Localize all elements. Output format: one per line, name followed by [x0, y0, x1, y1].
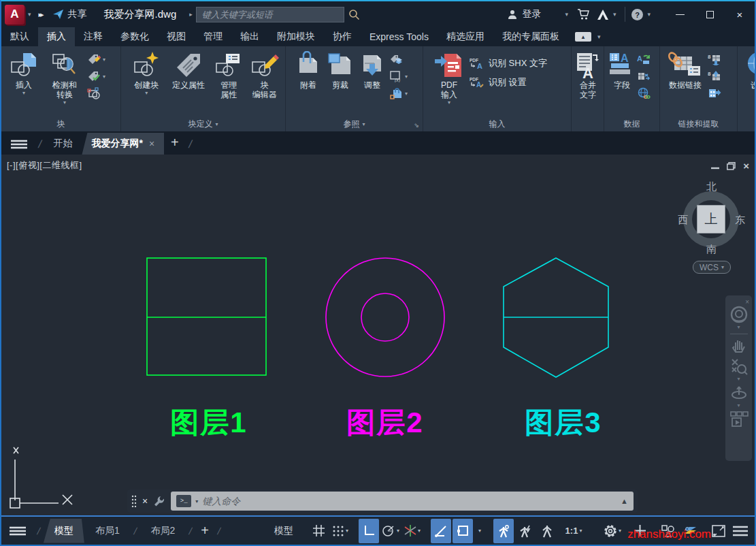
search-icon[interactable]	[348, 9, 360, 20]
close-button[interactable]: ×	[725, 1, 755, 27]
login-caret-icon[interactable]: ▾	[565, 11, 568, 18]
scale-selector[interactable]: 1:1 ▾	[559, 519, 589, 543]
command-prompt-icon[interactable]: >_	[176, 495, 191, 507]
edit-attribute-button[interactable]: ▾	[87, 53, 105, 65]
command-prompt-caret-icon[interactable]: ▾	[195, 498, 198, 504]
panel-block-label[interactable]: 块	[1, 116, 120, 131]
polar-tracking-toggle[interactable]: ▾	[380, 519, 401, 543]
ortho-mode-toggle[interactable]	[359, 519, 379, 543]
tab-default[interactable]: 默认	[1, 27, 38, 46]
tab-collaborate[interactable]: 协作	[324, 27, 361, 46]
annotation-autoscale-toggle[interactable]	[515, 519, 536, 543]
navbar-close-icon[interactable]: ×	[745, 298, 749, 306]
sync-attribute-button[interactable]: ▾	[87, 70, 105, 82]
link-table-data-button[interactable]	[637, 70, 651, 82]
tab-view[interactable]: 视图	[158, 27, 195, 46]
panel-reference-label[interactable]: 参照▾⇘	[286, 116, 423, 131]
detect-convert-button[interactable]: 检测和 转换 ▾	[44, 50, 86, 106]
replace-block-button[interactable]	[87, 87, 105, 99]
tab-insert[interactable]: 插入	[38, 27, 75, 46]
layout-tab-layout1[interactable]: 布局1	[84, 519, 131, 543]
maximize-button[interactable]	[695, 1, 725, 27]
field-button[interactable]: A 字段	[608, 50, 636, 91]
new-drawing-button[interactable]: +	[164, 133, 186, 155]
viewcube-east-label[interactable]: 东	[735, 214, 745, 227]
panel-block-definition-label[interactable]: 块定义▾	[121, 116, 285, 131]
wcs-menu[interactable]: WCS▾	[693, 261, 731, 274]
reference-dialog-launcher-icon[interactable]: ⇘	[414, 122, 419, 129]
clean-screen-button[interactable]	[708, 519, 729, 543]
pan-hand-icon[interactable]	[731, 337, 747, 353]
upload-to-source-button[interactable]: 8	[708, 70, 721, 82]
tab-my-panel[interactable]: 我的专属面板	[493, 27, 568, 46]
clip-button[interactable]: 剪裁	[325, 50, 355, 91]
object-snap-caret-button[interactable]: ▾	[474, 519, 485, 543]
layout-menu-hamburger-icon[interactable]	[10, 526, 26, 536]
viewcube[interactable]: 北 西 东 南 上 WCS▾	[674, 180, 753, 283]
snap-to-underlays-button[interactable]: ▾	[389, 87, 408, 99]
frames-button[interactable]: (x) ▾	[389, 70, 408, 82]
manage-attributes-button[interactable]: 管理 属性	[212, 50, 246, 100]
navigation-wheel-icon[interactable]	[730, 306, 748, 323]
underlay-layers-button[interactable]	[389, 53, 408, 65]
zoom-extents-icon[interactable]	[730, 357, 748, 375]
object-snap-tracking-toggle[interactable]	[431, 519, 451, 543]
viewcube-top-face[interactable]: 上	[697, 205, 725, 234]
snap-mode-toggle[interactable]: ▾	[330, 519, 350, 543]
autocad-app-button[interactable]: A	[5, 5, 24, 25]
share-button[interactable]: 共享	[52, 8, 87, 20]
app-menu-caret-icon[interactable]: ▾	[28, 11, 31, 18]
cad-canvas[interactable]	[1, 155, 755, 515]
block-editor-button[interactable]: 块 编辑器	[247, 50, 282, 100]
viewcube-west-label[interactable]: 西	[678, 214, 688, 227]
show-motion-icon[interactable]	[729, 411, 749, 428]
panel-link-extract-label[interactable]: 链接和提取	[660, 116, 737, 131]
file-tab-close-icon[interactable]: ×	[149, 138, 154, 149]
tab-parametric[interactable]: 参数化	[112, 27, 158, 46]
navigation-wheel-caret-icon[interactable]: ▾	[737, 324, 740, 330]
file-tab-start[interactable]: 开始	[44, 133, 82, 155]
layout-tab-model[interactable]: 模型	[44, 519, 84, 543]
file-tabs-menu-button[interactable]	[1, 140, 35, 155]
insert-block-button[interactable]: 插入 ▾	[5, 50, 42, 96]
set-location-button[interactable]: 设置	[743, 50, 755, 91]
minimize-button[interactable]	[665, 1, 695, 27]
isometric-drafting-toggle[interactable]: ▾	[402, 519, 423, 543]
polar-caret-icon[interactable]: ▾	[397, 528, 399, 534]
hyperlink-globe-button[interactable]	[637, 87, 651, 99]
status-customization-button[interactable]	[730, 519, 751, 543]
combine-text-button[interactable]: A 合并 文字	[574, 50, 602, 100]
help-icon[interactable]: ?	[631, 8, 644, 21]
orbit-caret-icon[interactable]: ▾	[737, 402, 740, 408]
pdf-import-button[interactable]: PDF 输入 ▾	[430, 50, 468, 106]
extract-data-button[interactable]	[708, 87, 721, 99]
command-customize-wrench-icon[interactable]	[153, 495, 165, 507]
isolate-objects-button[interactable]	[658, 519, 678, 543]
app-store-cart-icon[interactable]	[577, 8, 591, 20]
tab-manage[interactable]: 管理	[195, 27, 231, 46]
tab-annotate[interactable]: 注释	[75, 27, 112, 46]
viewcube-north-label[interactable]: 北	[706, 180, 717, 193]
command-grip-handle[interactable]	[131, 495, 137, 507]
grid-display-toggle[interactable]	[308, 519, 329, 543]
viewcube-south-label[interactable]: 南	[706, 243, 717, 256]
download-from-source-button[interactable]: 8	[708, 53, 721, 65]
model-paper-toggle[interactable]: 模型	[267, 519, 300, 543]
recognition-settings-button[interactable]: PDFA 识别 设置	[470, 76, 547, 89]
zoom-caret-icon[interactable]: ▾	[737, 376, 740, 382]
snap-caret-icon[interactable]: ▾	[346, 528, 348, 534]
panel-data-label[interactable]: 数据	[604, 116, 659, 131]
command-close-icon[interactable]: ×	[142, 496, 148, 507]
object-snap-toggle[interactable]	[453, 519, 473, 543]
file-tab-document[interactable]: 我爱分享网* ×	[82, 133, 164, 155]
quick-access-expand-icon[interactable]: ▸▸	[39, 10, 42, 19]
new-layout-button[interactable]: +	[195, 523, 214, 539]
ribbon-collapse-button[interactable]: ▲▾	[575, 27, 604, 46]
adjust-button[interactable]: 调整	[357, 50, 388, 91]
data-link-button[interactable]: 数据链接	[664, 50, 706, 91]
recognize-shx-button[interactable]: PDFA 识别 SHX 文字	[470, 57, 547, 69]
layout-tab-layout2[interactable]: 布局2	[140, 519, 186, 543]
tab-express-tools[interactable]: Express Tools	[361, 27, 438, 46]
login-button[interactable]: 登录	[507, 8, 541, 20]
tab-output[interactable]: 输出	[231, 27, 268, 46]
